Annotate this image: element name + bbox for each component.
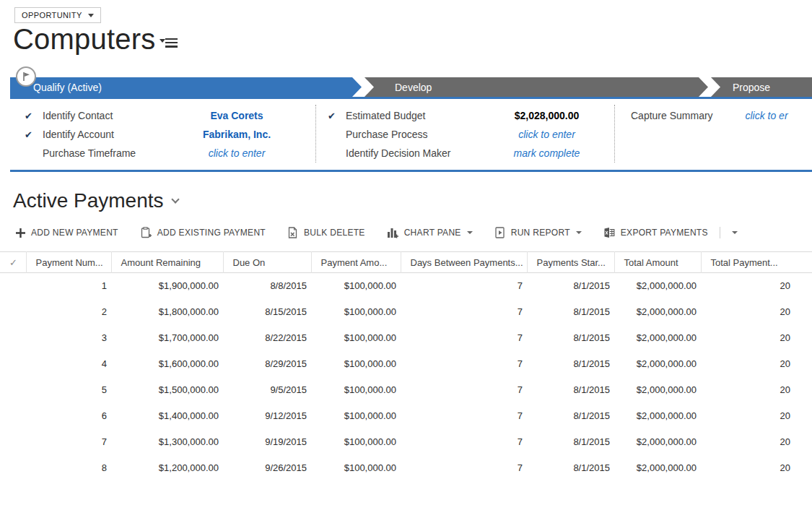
table-row[interactable]: 4$1,600,000.008/29/2015$100,000.0078/1/2… <box>0 351 812 377</box>
column-header[interactable]: Total Payment... <box>701 252 812 273</box>
entity-type-button[interactable]: OPPORTUNITY <box>14 7 101 23</box>
table-cell: $2,000,000.00 <box>614 351 701 377</box>
stage-develop[interactable]: Develop <box>364 77 708 97</box>
table-cell: 8/1/2015 <box>527 455 614 481</box>
table-cell: $2,000,000.00 <box>614 429 701 455</box>
add-new-payment-button[interactable]: ADD NEW PAYMENT <box>16 228 118 238</box>
bulk-delete-button[interactable]: BULK DELETE <box>287 227 365 238</box>
stage-label: Propose <box>733 82 770 93</box>
row-select-cell[interactable] <box>0 403 26 429</box>
table-cell: 8/22/2015 <box>223 325 311 351</box>
chevron-down-icon <box>467 231 473 234</box>
export-payments-button[interactable]: EXPORT PAYMENTS <box>603 227 708 238</box>
button-label: CHART PANE <box>404 228 461 238</box>
plus-icon <box>16 228 25 238</box>
field-value-estimated-budget[interactable]: $2,028,000.00 <box>479 110 614 121</box>
table-cell: $2,000,000.00 <box>614 455 701 481</box>
table-cell: 7 <box>401 325 527 351</box>
chart-pane-button[interactable]: CHART PANE <box>387 227 473 238</box>
row-select-cell[interactable] <box>0 455 26 481</box>
table-row[interactable]: 1$1,900,000.008/8/2015$100,000.0078/1/20… <box>0 273 812 299</box>
column-header[interactable]: Amount Remaining <box>111 252 223 273</box>
table-row[interactable]: 2$1,800,000.008/15/2015$100,000.0078/1/2… <box>0 299 812 325</box>
field-value-identify-decision-maker[interactable]: mark complete <box>479 147 614 159</box>
table-cell: 8/1/2015 <box>527 325 614 351</box>
table-cell: 6 <box>26 403 111 429</box>
toolbar-overflow-button[interactable] <box>732 231 738 234</box>
table-cell: $1,500,000.00 <box>111 377 223 403</box>
toolbar-separator <box>720 227 720 238</box>
table-cell: $1,800,000.00 <box>111 299 223 325</box>
column-header[interactable]: Payment Amo... <box>311 252 401 273</box>
stage-label: Qualify (Active) <box>33 82 102 93</box>
table-cell: $100,000.00 <box>311 455 401 481</box>
table-cell: 8/1/2015 <box>527 351 614 377</box>
field-value-purchase-timeframe[interactable]: click to enter <box>158 147 315 159</box>
field-label: Identify Contact <box>43 110 158 121</box>
chevron-down-icon[interactable] <box>171 195 179 203</box>
table-cell: $100,000.00 <box>311 325 401 351</box>
table-cell: $1,400,000.00 <box>111 403 223 429</box>
button-label: RUN REPORT <box>511 228 570 238</box>
table-cell: 8/1/2015 <box>527 429 614 455</box>
button-label: BULK DELETE <box>304 228 365 238</box>
table-cell: 8/1/2015 <box>527 403 614 429</box>
entity-type-label: OPPORTUNITY <box>22 11 82 20</box>
table-cell: 9/5/2015 <box>223 377 311 403</box>
field-label: Capture Summary <box>631 110 721 121</box>
process-flag-badge <box>16 66 36 87</box>
button-label: ADD NEW PAYMENT <box>31 228 118 238</box>
table-cell: 20 <box>701 403 812 429</box>
column-header[interactable]: Payment Num... <box>26 252 111 273</box>
table-cell: 2 <box>26 299 111 325</box>
table-cell: $100,000.00 <box>311 429 401 455</box>
business-process-flow: Qualify (Active) Develop Propose ✔ Ident… <box>10 77 812 172</box>
field-label: Estimated Budget <box>346 110 479 121</box>
row-select-cell[interactable] <box>0 429 26 455</box>
field-value-identify-contact[interactable]: Eva Corets <box>158 110 315 121</box>
form-selector-button[interactable] <box>165 38 178 50</box>
stage-propose[interactable]: Propose <box>711 77 812 97</box>
field-label: Purchase Process <box>346 129 479 140</box>
row-select-cell[interactable] <box>0 325 26 351</box>
table-cell: 7 <box>401 299 527 325</box>
column-header[interactable]: Due On <box>223 252 311 273</box>
table-row[interactable]: 7$1,300,000.009/19/2015$100,000.0078/1/2… <box>0 429 812 455</box>
button-label: EXPORT PAYMENTS <box>621 228 708 238</box>
table-cell: 3 <box>26 325 111 351</box>
run-report-button[interactable]: RUN REPORT <box>494 227 582 238</box>
table-cell: $100,000.00 <box>311 299 401 325</box>
table-row[interactable]: 8$1,200,000.009/26/2015$100,000.0078/1/2… <box>0 455 812 481</box>
field-value-identify-account[interactable]: Fabrikam, Inc. <box>158 129 315 140</box>
flag-icon <box>22 72 31 82</box>
table-cell: $2,000,000.00 <box>614 299 701 325</box>
table-row[interactable]: 6$1,400,000.009/12/2015$100,000.0078/1/2… <box>0 403 812 429</box>
table-cell: 20 <box>701 455 812 481</box>
table-row[interactable]: 5$1,500,000.009/5/2015$100,000.0078/1/20… <box>0 377 812 403</box>
add-existing-payment-button[interactable]: ADD EXISTING PAYMENT <box>140 227 266 238</box>
column-header[interactable]: Days Between Payments... <box>401 252 527 273</box>
field-value-capture-summary[interactable]: click to er <box>721 110 812 121</box>
row-select-cell[interactable] <box>0 377 26 403</box>
field-value-purchase-process[interactable]: click to enter <box>479 129 614 140</box>
table-cell: $2,000,000.00 <box>614 403 701 429</box>
row-select-cell[interactable] <box>0 351 26 377</box>
row-select-cell[interactable] <box>0 273 26 299</box>
chevron-down-icon <box>732 231 738 234</box>
table-row[interactable]: 3$1,700,000.008/22/2015$100,000.0078/1/2… <box>0 325 812 351</box>
table-cell: $100,000.00 <box>311 273 401 299</box>
page-title: Computers <box>13 23 155 56</box>
payments-table: ✓Payment Num...Amount RemainingDue OnPay… <box>0 251 812 481</box>
table-cell: $100,000.00 <box>311 351 401 377</box>
column-header[interactable]: Payments Star... <box>527 252 614 273</box>
table-cell: 8/15/2015 <box>223 299 311 325</box>
table-cell: 8/8/2015 <box>223 273 311 299</box>
table-cell: 7 <box>401 455 527 481</box>
select-all-check-icon[interactable]: ✓ <box>9 257 17 268</box>
row-select-cell[interactable] <box>0 299 26 325</box>
table-cell: 5 <box>26 377 111 403</box>
select-all-column-header[interactable]: ✓ <box>0 252 26 273</box>
column-header[interactable]: Total Amount <box>614 252 701 273</box>
table-cell: 8/1/2015 <box>527 299 614 325</box>
stage-qualify[interactable]: Qualify (Active) <box>10 77 362 97</box>
